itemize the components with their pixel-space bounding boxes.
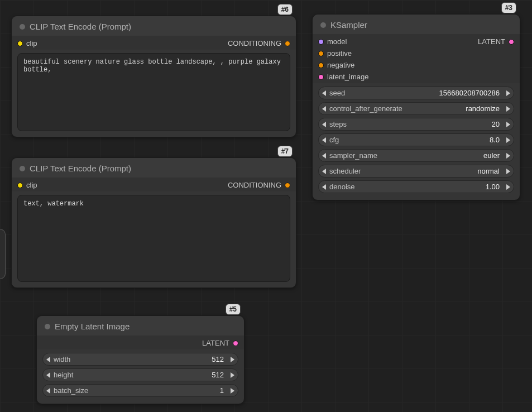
input-port-clip[interactable]: clip — [17, 39, 37, 47]
widget-scheduler[interactable]: scheduler normal — [318, 165, 514, 178]
increment-arrow-icon[interactable] — [506, 106, 510, 112]
port-icon[interactable] — [17, 183, 23, 188]
decrement-arrow-icon[interactable] — [322, 184, 326, 190]
output-port-latent[interactable]: LATENT — [478, 37, 514, 46]
decrement-arrow-icon[interactable] — [322, 153, 326, 159]
port-label: CONDITIONING — [228, 181, 281, 189]
increment-arrow-icon[interactable] — [506, 184, 510, 190]
prompt-textarea[interactable]: text, watermark — [17, 195, 290, 282]
widget-value[interactable]: 512 — [73, 371, 227, 379]
widget-label: cfg — [329, 136, 339, 144]
input-port-negative[interactable]: negative — [318, 61, 368, 69]
widget-label: batch_size — [54, 386, 88, 395]
port-label: LATENT — [202, 339, 229, 347]
node-title: CLIP Text Encode (Prompt) — [30, 22, 131, 31]
widget-height[interactable]: height 512 — [42, 368, 238, 381]
widget-steps[interactable]: steps 20 — [318, 118, 514, 131]
node-id-badge: #7 — [277, 146, 293, 157]
decrement-arrow-icon[interactable] — [322, 137, 326, 143]
port-icon[interactable] — [318, 63, 324, 68]
increment-arrow-icon[interactable] — [231, 357, 234, 362]
port-label: model — [327, 37, 347, 46]
widget-label: height — [54, 371, 73, 379]
widget-value[interactable]: 1.00 — [355, 183, 503, 191]
widget-value[interactable]: euler — [377, 151, 503, 160]
decrement-arrow-icon[interactable] — [322, 122, 326, 127]
widget-value[interactable]: 20 — [347, 120, 503, 128]
increment-arrow-icon[interactable] — [506, 90, 510, 96]
port-label: negative — [327, 61, 354, 69]
output-port-conditioning[interactable]: CONDITIONING — [228, 181, 290, 189]
decrement-arrow-icon[interactable] — [322, 106, 326, 112]
widget-label: sampler_name — [329, 151, 377, 160]
node-header[interactable]: CLIP Text Encode (Prompt) — [12, 158, 296, 178]
input-port-model[interactable]: model — [318, 37, 368, 46]
edge-stub — [0, 229, 6, 279]
node-id-badge: #5 — [226, 304, 241, 315]
widget-value[interactable]: normal — [361, 167, 503, 175]
input-port-clip[interactable]: clip — [17, 181, 37, 189]
widget-label: width — [54, 355, 70, 363]
collapse-dot-icon[interactable] — [320, 22, 326, 28]
port-icon[interactable] — [285, 183, 290, 188]
port-icon[interactable] — [318, 39, 324, 45]
widget-sampler-name[interactable]: sampler_name euler — [318, 149, 514, 162]
decrement-arrow-icon[interactable] — [322, 169, 326, 174]
widget-label: denoise — [329, 183, 355, 191]
port-label: LATENT — [478, 37, 505, 46]
output-port-latent[interactable]: LATENT — [202, 339, 238, 347]
node-header[interactable]: CLIP Text Encode (Prompt) — [12, 16, 296, 36]
port-label: clip — [26, 181, 37, 189]
widget-label: control_after_generate — [329, 104, 402, 113]
widget-width[interactable]: width 512 — [42, 353, 238, 366]
increment-arrow-icon[interactable] — [506, 169, 510, 174]
port-icon[interactable] — [233, 341, 238, 346]
output-port-conditioning[interactable]: CONDITIONING — [228, 39, 290, 47]
decrement-arrow-icon[interactable] — [46, 357, 50, 362]
widget-batch-size[interactable]: batch_size 1 — [42, 384, 238, 397]
node-clip-positive[interactable]: #6 CLIP Text Encode (Prompt) clip CONDIT… — [11, 16, 296, 137]
node-id-badge: #3 — [501, 2, 516, 13]
port-icon[interactable] — [17, 41, 23, 46]
decrement-arrow-icon[interactable] — [46, 372, 50, 378]
widget-label: seed — [329, 89, 345, 97]
increment-arrow-icon[interactable] — [506, 137, 510, 143]
node-empty-latent[interactable]: #5 Empty Latent Image LATENT width 512 h… — [36, 315, 245, 404]
widget-value[interactable]: 1 — [88, 386, 227, 395]
widget-label: scheduler — [329, 167, 361, 175]
node-clip-negative[interactable]: #7 CLIP Text Encode (Prompt) clip CONDIT… — [11, 157, 296, 288]
port-icon[interactable] — [318, 74, 324, 80]
decrement-arrow-icon[interactable] — [322, 90, 326, 96]
increment-arrow-icon[interactable] — [231, 372, 234, 378]
node-title: CLIP Text Encode (Prompt) — [30, 164, 131, 173]
widget-control-after-generate[interactable]: control_after_generate randomize — [318, 102, 514, 115]
node-header[interactable]: KSampler — [313, 15, 520, 34]
input-port-positive[interactable]: positive — [318, 49, 368, 58]
increment-arrow-icon[interactable] — [506, 153, 510, 159]
decrement-arrow-icon[interactable] — [46, 388, 50, 394]
widget-value[interactable]: 156680208700286 — [345, 89, 503, 97]
widget-value[interactable]: 8.0 — [339, 136, 503, 144]
node-title: Empty Latent Image — [55, 322, 130, 331]
port-icon[interactable] — [509, 39, 514, 45]
widget-label: steps — [329, 120, 347, 128]
node-header[interactable]: Empty Latent Image — [37, 316, 244, 336]
port-icon[interactable] — [318, 51, 324, 56]
widget-value[interactable]: 512 — [70, 355, 227, 363]
port-label: latent_image — [327, 73, 368, 81]
increment-arrow-icon[interactable] — [231, 388, 234, 394]
input-port-latent-image[interactable]: latent_image — [318, 73, 368, 81]
collapse-dot-icon[interactable] — [20, 166, 25, 171]
collapse-dot-icon[interactable] — [20, 24, 25, 30]
widget-cfg[interactable]: cfg 8.0 — [318, 133, 514, 146]
prompt-textarea[interactable]: beautiful scenery nature glass bottle la… — [17, 53, 290, 131]
node-id-badge: #6 — [277, 4, 293, 15]
collapse-dot-icon[interactable] — [45, 324, 50, 329]
port-icon[interactable] — [285, 41, 290, 46]
widget-value[interactable]: randomize — [402, 104, 503, 113]
widget-seed[interactable]: seed 156680208700286 — [318, 87, 514, 99]
increment-arrow-icon[interactable] — [506, 122, 510, 127]
node-ksampler[interactable]: #3 KSampler model positive negative late… — [312, 14, 520, 200]
port-label: positive — [327, 49, 352, 58]
widget-denoise[interactable]: denoise 1.00 — [318, 180, 514, 193]
